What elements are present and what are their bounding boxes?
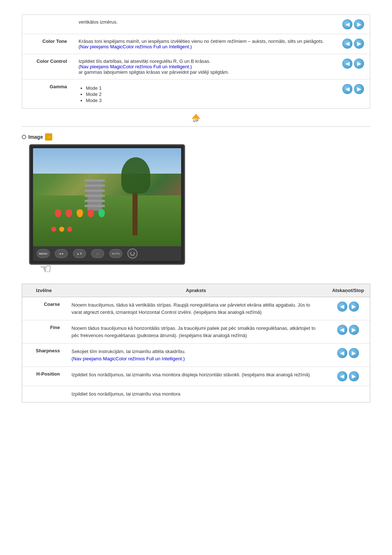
color-control-buttons: ◀ ▶ (336, 54, 370, 80)
hposition-description: Izpildiet šos norādījumus, lai izmainītu… (66, 367, 326, 386)
nav-button-pair: ◀ ▶ (342, 19, 364, 29)
nav-prev-button[interactable]: ◀ (342, 19, 352, 29)
flower (67, 227, 72, 232)
nav-prev-button[interactable]: ◀ (337, 301, 347, 312)
gamma-row: Gamma Mode 1 Mode 2 Mode 3 ◀ ▶ (22, 80, 370, 109)
top-section-table: vertikālos izmērus. ◀ ▶ Color Tone Krāsa… (22, 15, 370, 109)
up-arrow-icon (192, 114, 200, 119)
sharpness-description: Sekojiet šīm instrukcijām, lai izmainītu… (66, 344, 326, 367)
table-header: Izvēlne Apraksts Atskaņot/Stop (22, 284, 370, 297)
nav-button-pair: ◀ ▶ (342, 39, 364, 49)
balloon (87, 209, 94, 217)
garden-flowers (51, 227, 72, 232)
section-divider (22, 126, 370, 127)
hand-cursor-icon: ☞ (40, 261, 52, 276)
header-atskant: Atskaņot/Stop (326, 284, 370, 297)
flower (59, 227, 64, 232)
row-buttons: ◀ ▶ (336, 15, 370, 34)
last-row-label (22, 386, 66, 402)
list-item: Mode 2 (86, 92, 331, 97)
sharpness-row: Sharpness Sekojiet šīm instrukcijām, lai… (22, 344, 370, 367)
nav-next-button[interactable]: ▶ (349, 301, 359, 312)
header-apraksts: Apraksts (66, 284, 326, 297)
bottom-table: Izvēlne Apraksts Atskaņot/Stop Coarse No… (22, 284, 370, 402)
sharpness-link[interactable]: (Nav pieejams MagicColor režīmos Full un… (72, 356, 185, 361)
monitor-frame: MENU ◄► ▲▼ □ AUTO (29, 144, 185, 265)
bright-button-label: ▲▼ (77, 252, 82, 255)
flower (51, 227, 56, 232)
image-section: Image → (22, 133, 370, 276)
sharpness-buttons: ◀ ▶ (326, 344, 370, 367)
gamma-bullet-list: Mode 1 Mode 2 Mode 3 (79, 85, 331, 103)
color-tone-buttons: ◀ ▶ (336, 34, 370, 54)
nav-prev-button[interactable]: ◀ (342, 39, 352, 49)
balloon (77, 209, 83, 217)
nav-button-pair: ◀ ▶ (337, 348, 359, 358)
row-description: vertikālos izmērus. (73, 15, 337, 34)
image-next-icon[interactable]: → (45, 133, 52, 141)
color-tone-link[interactable]: (Nav pieejams MagicColor režīmos Full un… (79, 44, 192, 49)
auto-button-label: AUTO (112, 252, 120, 255)
monitor-container: MENU ◄► ▲▼ □ AUTO ☞ (29, 144, 370, 276)
monitor-controls-bar: MENU ◄► ▲▼ □ AUTO (33, 246, 181, 261)
garden-balloons (55, 209, 105, 217)
color-control-link[interactable]: (Nav pieejams MagicColor režīmos Full un… (79, 64, 192, 69)
nav-button-pair: ◀ ▶ (337, 325, 359, 335)
monitor-screen (33, 148, 181, 246)
nav-next-button[interactable]: ▶ (349, 348, 359, 358)
nav-prev-button[interactable]: ◀ (337, 325, 347, 335)
list-item: Mode 3 (86, 98, 331, 103)
coarse-buttons: ◀ ▶ (326, 297, 370, 320)
auto-button[interactable]: AUTO (109, 249, 122, 258)
nav-next-button[interactable]: ▶ (354, 19, 364, 29)
nav-next-button[interactable]: ▶ (354, 58, 364, 69)
coarse-row: Coarse Noņem traucējumus, tādus kā verti… (22, 297, 370, 320)
gamma-buttons: ◀ ▶ (336, 80, 370, 109)
balloon (55, 209, 61, 217)
nav-prev-button[interactable]: ◀ (342, 58, 352, 69)
up-label: UP (193, 119, 199, 123)
color-tone-label: Color Tone (22, 34, 73, 54)
color-control-row: Color Control Izpildiet šīs darbības, la… (22, 54, 370, 80)
fine-label: Fine (22, 320, 66, 344)
balloon (98, 209, 105, 217)
nav-prev-button[interactable]: ◀ (337, 348, 347, 358)
last-row-description: Izpildiet šos norādījumus, lai izmainītu… (66, 386, 326, 402)
header-izvelse: Izvēlne (22, 284, 66, 297)
color-tone-description: Krāsas toni iespējams mainīt, un iespēja… (73, 34, 337, 54)
coarse-description: Noņem traucējumus, tādus kā vertikālās s… (66, 297, 326, 320)
nav-button-pair: ◀ ▶ (337, 301, 359, 312)
power-button[interactable] (127, 248, 138, 259)
fine-buttons: ◀ ▶ (326, 320, 370, 344)
tree-crown (121, 157, 150, 194)
auto-button-square[interactable]: □ (91, 249, 104, 258)
row-label (22, 15, 73, 34)
lr-button-label: ◄► (58, 252, 64, 255)
nav-button-pair: ◀ ▶ (337, 371, 359, 381)
nav-prev-button[interactable]: ◀ (337, 371, 347, 381)
brightness-button[interactable]: ▲▼ (73, 249, 86, 258)
hposition-label: H-Position (22, 367, 66, 386)
nav-next-button[interactable]: ▶ (354, 39, 364, 49)
left-right-button[interactable]: ◄► (55, 249, 68, 258)
fine-description: Noņem tādus traucējumus kā horizontālās … (66, 320, 326, 344)
nav-next-button[interactable]: ▶ (354, 84, 364, 94)
up-section: UP (0, 114, 392, 123)
last-row-buttons (326, 386, 370, 402)
color-tone-row: Color Tone Krāsas toni iespējams mainīt,… (22, 34, 370, 54)
table-row: vertikālos izmērus. ◀ ▶ (22, 15, 370, 34)
hposition-buttons: ◀ ▶ (326, 367, 370, 386)
menu-button[interactable]: MENU (37, 249, 50, 258)
last-row: Izpildiet šos norādījumus, lai izmainītu… (22, 386, 370, 402)
color-control-description: Izpildiet šīs darbības, lai atsevišķi no… (73, 54, 337, 80)
table-body: Coarse Noņem traucējumus, tādus kā verti… (22, 297, 370, 402)
nav-next-button[interactable]: ▶ (349, 325, 359, 335)
gamma-label: Gamma (22, 80, 73, 109)
nav-next-button[interactable]: ▶ (349, 371, 359, 381)
fine-row: Fine Noņem tādus traucējumus kā horizont… (22, 320, 370, 344)
up-button[interactable]: UP (192, 114, 200, 123)
garden-sky (33, 148, 181, 174)
bottom-table-wrapper: Izvēlne Apraksts Atskaņot/Stop Coarse No… (22, 284, 370, 402)
coarse-label: Coarse (22, 297, 66, 320)
nav-prev-button[interactable]: ◀ (342, 84, 352, 94)
